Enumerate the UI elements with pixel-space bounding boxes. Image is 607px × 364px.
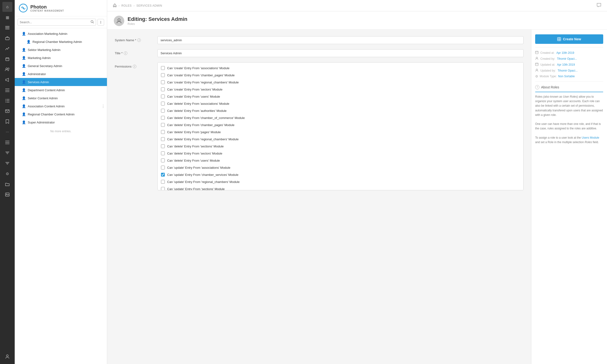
chart-nav-icon[interactable] [2,44,12,53]
bookmark-nav-icon[interactable] [2,117,12,127]
svg-point-36 [91,21,93,23]
perm-checkbox-3[interactable] [161,88,165,91]
perm-label-5: Can 'delete' Entry From 'associations' M… [167,102,229,105]
dashboard-nav-icon[interactable]: ▦ [2,12,12,22]
meta-info: Created at: Apr 10th 2019 Created by: Ti… [535,47,603,78]
filter1-nav-icon[interactable] [2,148,12,158]
perm-checkbox-4[interactable] [161,94,165,98]
perm-checkbox-0[interactable] [161,66,165,70]
title-info-icon[interactable]: i [124,52,127,55]
perm-checkbox-9[interactable] [161,130,165,134]
search-more-button[interactable] [97,19,104,26]
perm-checkbox-7[interactable] [161,116,165,120]
perm-checkbox-5[interactable] [161,102,165,105]
perm-checkbox-12[interactable] [161,151,165,155]
role-item-reg-chamber-mkt[interactable]: 👤 Regional Chamber Marketing Admin [15,38,107,46]
svg-rect-22 [5,141,10,141]
perm-label-4: Can 'create' Entry From 'users' Module [167,95,220,98]
image-nav-icon[interactable] [2,190,12,199]
role-label-gen-sec: General Secretary Admin [28,64,62,68]
perm-item-15: Can 'update' Entry From 'chamber_service… [158,171,523,178]
editing-title: Editing: Services Admin [128,16,187,22]
role-item-sektor-mkt[interactable]: 👤 Sektor Marketing Admin [15,46,107,54]
role-item-mkt-admin[interactable]: 👤 Marketing Admin [15,54,107,62]
user-account-icon[interactable] [2,352,12,362]
role-item-services-admin[interactable]: 👤 Services Admin [15,78,107,86]
form-row-permissions: Permissions i Can 'create' Entry From 'a… [115,62,524,190]
system-name-label: System Name * i [115,36,153,42]
role-icon-super-admin: 👤 [22,120,26,124]
home-nav-icon[interactable]: ⌂ [2,2,12,12]
perm-checkbox-16[interactable] [161,180,165,184]
permissions-info-icon[interactable]: i [133,65,136,68]
editing-subtitle: Roles [128,22,187,26]
perm-label-17: Can 'update' Entry From 'sections' Modul… [167,187,225,191]
breadcrumb-bar: › ROLES › SERVICES ADMIN [107,0,607,11]
perm-label-10: Can 'delete' Entry From 'regional_chambe… [167,137,238,141]
perm-checkbox-2[interactable] [161,80,165,84]
svg-rect-17 [6,101,10,101]
perm-checkbox-11[interactable] [161,144,165,148]
role-item-gen-sec[interactable]: 👤 General Secretary Admin [15,62,107,70]
content-nav-icon[interactable] [2,23,12,33]
perm-checkbox-14[interactable] [161,166,165,169]
perm-checkbox-17[interactable] [161,187,165,190]
role-item-dept-content[interactable]: 👤 Department Content Admin [15,86,107,94]
list1-nav-icon[interactable] [2,85,12,95]
folder-nav-icon[interactable] [2,179,12,189]
svg-point-35 [23,7,24,9]
perm-checkbox-8[interactable] [161,123,165,127]
title-input[interactable] [158,49,524,57]
more-nav-icon[interactable]: ··· [2,127,12,137]
perm-checkbox-13[interactable] [161,158,165,162]
about-roles-para2: One user can have more than one role, an… [535,122,603,131]
updated-at-value: Apr 10th 2019 [557,63,575,66]
users-nav-icon[interactable] [2,65,12,74]
created-at-label: Created at: [540,51,554,54]
role-item-assoc-mkt[interactable]: 👤 Association Marketing Admin [15,30,107,38]
svg-marker-21 [6,120,9,123]
svg-rect-4 [6,58,9,61]
main-content: › ROLES › SERVICES ADMIN Editing: Servic… [107,0,607,364]
breadcrumb-home[interactable] [113,3,117,8]
search-icon[interactable] [91,20,94,24]
breadcrumb-roles[interactable]: ROLES [121,4,132,7]
calendar-nav-icon[interactable] [2,54,12,64]
create-new-button[interactable]: Create New [535,34,603,44]
megaphone-nav-icon[interactable] [2,75,12,85]
about-roles-text: Roles (also known as User Roles) allow y… [535,94,603,144]
perm-item-4: Can 'create' Entry From 'users' Module [158,93,523,100]
three-dots-icon[interactable]: ⋮ [101,104,105,108]
role-item-admin[interactable]: 👤 Administrator [15,70,107,78]
gear-nav-icon[interactable]: ⚙ [2,169,12,179]
role-item-sektor-content[interactable]: 👤 Sektor Content Admin [15,94,107,102]
logo-bar: Photon CONTENT MANAGEMENT [15,0,107,16]
perm-checkbox-6[interactable] [161,109,165,113]
list2-nav-icon[interactable] [2,96,12,106]
editing-avatar [114,16,124,26]
app-subtitle: CONTENT MANAGEMENT [30,10,64,12]
system-name-input[interactable] [158,36,524,44]
perm-checkbox-1[interactable] [161,73,165,77]
perm-checkbox-15[interactable] [161,173,165,177]
role-item-reg-chamber-content[interactable]: 👤 Regional Chamber Content Admin [15,110,107,118]
svg-point-54 [536,69,538,70]
settings-lines-icon[interactable] [2,137,12,147]
calendar-meta-icon [535,51,539,55]
chat-icon[interactable] [596,3,601,8]
briefcase-nav-icon[interactable] [2,33,12,43]
create-new-label: Create New [563,37,581,41]
role-item-assoc-content[interactable]: 👤 Association Content Admin ⋮ [15,102,107,110]
system-name-info-icon[interactable]: i [137,39,141,42]
module-type-value: Non Sortable [558,75,575,78]
mail-nav-icon[interactable] [2,106,12,116]
users-module-link[interactable]: Users Module [582,136,599,139]
search-input[interactable] [20,20,89,24]
filter2-nav-icon[interactable] [2,158,12,168]
role-item-super-admin[interactable]: 👤 Super Administrator [15,118,107,126]
role-icon-sektor-mkt: 👤 [22,48,26,52]
svg-rect-50 [535,63,538,66]
perm-checkbox-10[interactable] [161,137,165,141]
about-roles-para1: Roles (also known as User Roles) allow y… [535,94,603,117]
form-and-sidebar: System Name * i Title * i Permissions i [107,30,607,364]
